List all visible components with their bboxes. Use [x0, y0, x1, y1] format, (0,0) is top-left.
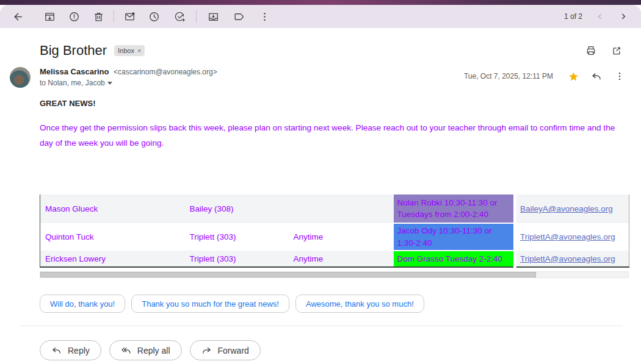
- student-name-cell: Ericksen Lowery: [40, 251, 185, 267]
- schedule-table: Mason Glueck Bailey (308) Nolan Robki 10…: [40, 194, 629, 268]
- availability-cell: [289, 194, 394, 223]
- inbox-label-text: Inbox: [118, 47, 134, 54]
- teacher-cell: Bailey (308): [185, 194, 289, 223]
- email-greeting: GREAT NEWS!: [40, 99, 624, 108]
- email-cell: TriplettA@avoneagles.org: [515, 251, 629, 267]
- archive-icon[interactable]: [39, 6, 60, 27]
- table-row: Mason Glueck Bailey (308) Nolan Robki 10…: [40, 194, 629, 223]
- sender-address: <cascarinom@avoneagles.org>: [114, 68, 217, 76]
- teacher-cell: Triplett (303): [185, 251, 289, 267]
- message-more-icon[interactable]: [610, 67, 629, 85]
- reply-arrow-icon: [51, 345, 62, 355]
- availability-cell: Anytime: [289, 223, 394, 251]
- more-options-icon[interactable]: [254, 6, 275, 27]
- smart-reply-chip[interactable]: Awesome, thank you so much!: [295, 294, 424, 313]
- reply-icon[interactable]: [587, 67, 606, 85]
- reply-all-label: Reply all: [137, 346, 170, 355]
- email-cell: TriplettA@avoneagles.org: [515, 223, 629, 251]
- mark-unread-icon[interactable]: [119, 6, 140, 27]
- open-in-new-icon[interactable]: [609, 43, 624, 58]
- forward-label: Forward: [218, 346, 249, 355]
- inbox-label-chip[interactable]: Inbox ×: [114, 45, 145, 56]
- availability-cell: Anytime: [289, 251, 394, 267]
- reply-all-button[interactable]: Reply all: [109, 340, 182, 360]
- match-cell: Jacob Ody 10:30-11:30 or 1:30-2:40: [394, 223, 515, 251]
- smart-reply-row: Will do, thank you! Thank you so much fo…: [40, 294, 641, 313]
- teacher-email-link[interactable]: BaileyA@avoneagles.org: [520, 204, 613, 213]
- reply-all-arrow-icon: [121, 345, 131, 355]
- forward-button[interactable]: Forward: [190, 340, 261, 360]
- match-cell: Nolan Robki 10:30-11:30 or Tuesdays from…: [394, 194, 515, 223]
- match-cell: Dom Grasso Tuesday 2-2:40: [394, 251, 515, 267]
- mail-toolbar: 1 of 2: [0, 5, 641, 28]
- star-icon[interactable]: [564, 67, 582, 85]
- smart-reply-chip[interactable]: Will do, thank you!: [40, 294, 125, 313]
- recipients-text: to Nolan, me, Jacob: [40, 79, 105, 87]
- smart-reply-chip[interactable]: Thank you so much for the great news!: [131, 294, 289, 313]
- email-date: Tue, Oct 7, 2025, 12:11 PM: [464, 72, 553, 80]
- teacher-email-link[interactable]: TriplettA@avoneagles.org: [520, 232, 615, 241]
- email-view: Big Brother Inbox × Melissa Cascarino <c…: [0, 28, 641, 360]
- teacher-cell: Triplett (303): [185, 223, 289, 251]
- older-email-icon[interactable]: [614, 7, 632, 26]
- newer-email-icon[interactable]: [591, 7, 609, 26]
- email-cell: BaileyA@avoneagles.org: [515, 194, 629, 223]
- recipients-dropdown[interactable]: to Nolan, me, Jacob: [40, 79, 217, 87]
- reply-label: Reply: [68, 346, 90, 355]
- table-row: Quinton Tuck Triplett (303) Anytime Jaco…: [40, 223, 629, 251]
- email-subject: Big Brother: [40, 43, 107, 59]
- back-arrow-icon[interactable]: [7, 6, 28, 27]
- print-icon[interactable]: [584, 43, 598, 58]
- footer-divider: [20, 326, 623, 326]
- forward-arrow-icon: [201, 345, 212, 355]
- student-name-cell: Quinton Tuck: [40, 223, 185, 251]
- reply-actions-row: Reply Reply all Forward: [40, 340, 641, 360]
- browser-frame-strip: [0, 0, 641, 5]
- delete-icon[interactable]: [88, 6, 109, 27]
- pagination-counter: 1 of 2: [564, 12, 582, 21]
- move-to-icon[interactable]: [203, 6, 223, 27]
- sender-avatar[interactable]: [10, 67, 31, 88]
- snooze-icon[interactable]: [143, 6, 164, 27]
- labels-icon[interactable]: [228, 6, 249, 27]
- remove-label-icon[interactable]: ×: [137, 47, 141, 54]
- email-body-text: Once they get the permission slips back …: [40, 120, 623, 151]
- table-horizontal-scrollbar[interactable]: [40, 271, 629, 278]
- student-name-cell: Mason Glueck: [40, 194, 185, 223]
- chevron-down-icon: [107, 82, 112, 85]
- teacher-email-link[interactable]: TriplettA@avoneagles.org: [520, 254, 615, 263]
- sender-row: Melissa Cascarino <cascarinom@avoneagles…: [0, 59, 641, 88]
- table-row: Ericksen Lowery Triplett (303) Anytime D…: [40, 251, 629, 267]
- reply-button[interactable]: Reply: [40, 340, 101, 360]
- report-spam-icon[interactable]: [63, 6, 84, 27]
- scrollbar-thumb[interactable]: [40, 272, 536, 277]
- subject-row: Big Brother Inbox ×: [0, 28, 641, 59]
- sender-name: Melissa Cascarino: [40, 67, 109, 76]
- add-to-tasks-icon[interactable]: [169, 6, 190, 27]
